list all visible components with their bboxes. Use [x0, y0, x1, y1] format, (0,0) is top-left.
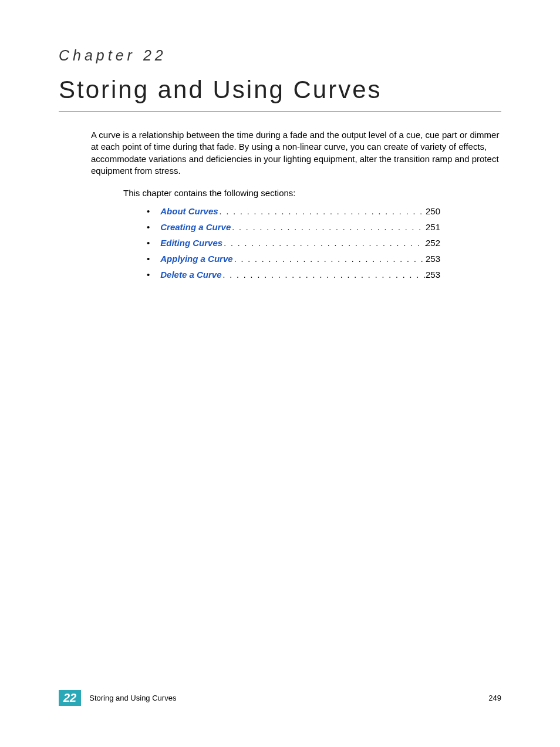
toc-link-editing-curves[interactable]: Editing Curves — [160, 238, 222, 248]
toc-item: • Delete a Curve 253 — [147, 270, 440, 280]
leader-dots — [222, 238, 426, 248]
bullet-icon: • — [147, 222, 150, 232]
leader-dots — [233, 254, 426, 264]
page-content: Chapter 22 Storing and Using Curves A cu… — [0, 0, 560, 280]
page-footer: 22 Storing and Using Curves 249 — [59, 690, 501, 706]
chapter-label: Chapter 22 — [59, 47, 501, 64]
chapter-number-badge: 22 — [59, 690, 81, 706]
toc-link-creating-curve[interactable]: Creating a Curve — [160, 222, 231, 232]
leader-dots — [218, 207, 426, 216]
bullet-icon: • — [147, 206, 150, 216]
toc-item: • Creating a Curve 251 — [147, 222, 440, 232]
sections-intro: This chapter contains the following sect… — [123, 187, 501, 199]
bullet-icon: • — [147, 270, 150, 280]
toc-page-ref: 250 — [426, 206, 440, 216]
toc-link-about-curves[interactable]: About Curves — [160, 206, 218, 216]
toc-link-applying-curve[interactable]: Applying a Curve — [160, 254, 232, 264]
leader-dots — [231, 223, 426, 232]
bullet-icon: • — [147, 238, 150, 248]
toc-item: • Editing Curves 252 — [147, 238, 440, 248]
footer-page-number: 249 — [488, 694, 501, 702]
bullet-icon: • — [147, 254, 150, 264]
toc-page-ref: 253 — [426, 254, 440, 264]
toc-page-ref: 253 — [426, 270, 440, 280]
toc-link-delete-curve[interactable]: Delete a Curve — [160, 270, 221, 280]
leader-dots — [221, 270, 425, 280]
toc-item: • Applying a Curve 253 — [147, 254, 440, 264]
intro-paragraph: A curve is a relationship between the ti… — [91, 129, 501, 177]
toc-page-ref: 252 — [426, 238, 440, 248]
toc-list: • About Curves 250 • Creating a Curve 25… — [147, 206, 440, 280]
toc-item: • About Curves 250 — [147, 206, 440, 216]
footer-chapter-title: Storing and Using Curves — [89, 694, 488, 702]
toc-page-ref: 251 — [426, 222, 440, 232]
chapter-title: Storing and Using Curves — [59, 76, 501, 112]
